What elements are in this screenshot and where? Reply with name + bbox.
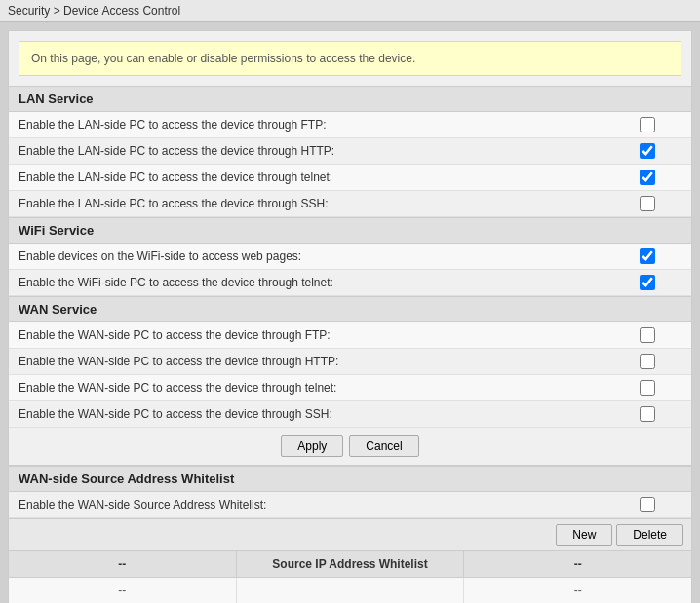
service-row-label: Enable the WAN-side PC to access the dev…: [19, 381, 336, 395]
service-row-label: Enable the WiFi-side PC to access the de…: [19, 276, 333, 289]
service-row: Enable the WAN-side PC to access the dev…: [9, 349, 691, 375]
page-container: Security > Device Access Control On this…: [0, 0, 700, 603]
whitelist-enable-checkbox[interactable]: [640, 497, 655, 512]
whitelist-enable-checkbox-cell: [623, 497, 681, 512]
service-row-checkbox[interactable]: [640, 327, 655, 343]
service-row-label: Enable the WAN-side PC to access the dev…: [19, 328, 331, 342]
col-data-1: --: [9, 578, 237, 603]
service-row-checkbox-cell: [623, 380, 681, 396]
service-row-checkbox-cell: [623, 170, 681, 185]
whitelist-enable-label: Enable the WAN-side Source Address White…: [19, 498, 266, 511]
service-row-checkbox-cell: [623, 275, 681, 290]
cancel-button[interactable]: Cancel: [349, 435, 418, 457]
service-row-label: Enable the LAN-side PC to access the dev…: [19, 170, 332, 184]
wan-service-rows: Enable the WAN-side PC to access the dev…: [9, 322, 691, 428]
service-row-checkbox[interactable]: [640, 117, 655, 132]
service-row-label: Enable the LAN-side PC to access the dev…: [19, 144, 334, 158]
service-row: Enable the LAN-side PC to access the dev…: [9, 191, 691, 217]
service-row: Enable the WAN-side PC to access the dev…: [9, 322, 691, 349]
lan-service-header: LAN Service: [9, 86, 691, 112]
service-row-label: Enable the LAN-side PC to access the dev…: [19, 118, 327, 132]
service-row-checkbox-cell: [623, 196, 681, 211]
whitelist-table-header: -- Source IP Address Whitelist --: [9, 551, 691, 578]
info-box: On this page, you can enable or disable …: [19, 41, 681, 76]
service-row: Enable the LAN-side PC to access the dev…: [9, 138, 691, 165]
col-header-1: --: [9, 551, 237, 577]
service-row-checkbox[interactable]: [640, 406, 655, 422]
col-data-2: [237, 578, 465, 603]
whitelist-table-row: -- --: [9, 578, 691, 603]
service-row: Enable the WiFi-side PC to access the de…: [9, 270, 691, 296]
service-row: Enable the WAN-side PC to access the dev…: [9, 401, 691, 428]
service-row-checkbox-cell: [623, 327, 681, 343]
service-row-checkbox[interactable]: [640, 380, 655, 396]
service-row-checkbox[interactable]: [640, 196, 655, 211]
service-row-label: Enable the WAN-side PC to access the dev…: [19, 355, 338, 368]
service-row-checkbox[interactable]: [640, 143, 655, 159]
service-row-label: Enable devices on the WiFi-side to acces…: [19, 249, 301, 263]
service-row: Enable the WAN-side PC to access the dev…: [9, 375, 691, 401]
col-header-2: Source IP Address Whitelist: [237, 551, 465, 577]
service-row-checkbox-cell: [623, 406, 681, 422]
delete-button[interactable]: Delete: [616, 524, 683, 546]
col-data-3: --: [464, 578, 691, 603]
col-header-3: --: [464, 551, 691, 577]
new-button[interactable]: New: [556, 524, 612, 546]
service-row-label: Enable the LAN-side PC to access the dev…: [19, 197, 329, 210]
content-area: On this page, you can enable or disable …: [8, 30, 692, 603]
service-row-checkbox-cell: [623, 248, 681, 264]
breadcrumb: Security > Device Access Control: [0, 0, 700, 22]
service-row-checkbox-cell: [623, 143, 681, 159]
service-row: Enable the LAN-side PC to access the dev…: [9, 165, 691, 191]
wifi-service-rows: Enable devices on the WiFi-side to acces…: [9, 244, 691, 296]
form-buttons-row: Apply Cancel: [9, 428, 691, 466]
wifi-service-header: WiFi Service: [9, 217, 691, 244]
new-delete-row: New Delete: [9, 518, 691, 551]
service-row: Enable the LAN-side PC to access the dev…: [9, 112, 691, 138]
service-row: Enable devices on the WiFi-side to acces…: [9, 244, 691, 270]
lan-service-rows: Enable the LAN-side PC to access the dev…: [9, 112, 691, 217]
service-row-checkbox-cell: [623, 354, 681, 369]
service-row-checkbox[interactable]: [640, 170, 655, 185]
apply-button[interactable]: Apply: [281, 435, 343, 457]
service-row-checkbox-cell: [623, 117, 681, 132]
wan-service-header: WAN Service: [9, 296, 691, 322]
service-row-checkbox[interactable]: [640, 248, 655, 264]
whitelist-enable-row: Enable the WAN-side Source Address White…: [9, 492, 691, 518]
service-row-label: Enable the WAN-side PC to access the dev…: [19, 407, 332, 421]
whitelist-section-header: WAN-side Source Address Whitelist: [9, 466, 691, 492]
service-row-checkbox[interactable]: [640, 275, 655, 290]
service-row-checkbox[interactable]: [640, 354, 655, 369]
